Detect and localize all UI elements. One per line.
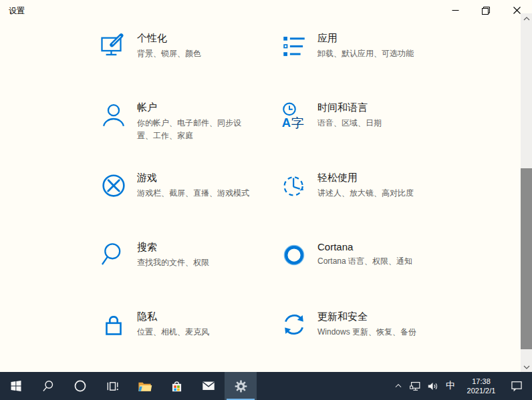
tile-subtitle: 卸载、默认应用、可选功能 [317,47,435,60]
clock[interactable]: 17:38 2021/2/1 [460,372,503,400]
tile-text: 时间和语言语音、区域、日期 [317,100,435,130]
settings-tile-ease-of-access[interactable]: 轻松使用讲述人、放大镜、高对比度 [279,170,448,201]
network-ethernet-icon [409,380,422,393]
action-center-button[interactable] [503,372,531,400]
taskbar-mail-button[interactable] [192,372,225,400]
volume-tray-button[interactable] [424,372,441,400]
system-tray: 中 17:38 2021/2/1 [390,372,531,400]
tile-text: CortanaCortana 语言、权限、通知 [317,240,435,268]
tile-title: 搜索 [137,240,255,254]
tile-subtitle: 查找我的文件、权限 [137,256,255,269]
tile-subtitle: 位置、相机、麦克风 [137,326,255,339]
taskbar-task-view-button[interactable] [96,372,128,400]
caption-buttons [440,0,532,21]
tile-text: 帐户你的帐户、电子邮件、同步设置、工作、家庭 [137,100,255,142]
titlebar: 设置 [0,0,532,21]
vertical-scrollbar[interactable] [521,13,532,372]
tile-text: 更新和安全Windows 更新、恢复、备份 [317,309,435,339]
time-language-icon: A字 [279,100,309,131]
show-hidden-icons-button[interactable] [390,372,406,400]
taskbar-search-icon [41,379,55,393]
tile-subtitle: 背景、锁屏、颜色 [137,47,255,60]
restore-button[interactable] [471,0,501,21]
minimize-button[interactable] [440,0,471,21]
restore-icon [482,7,490,15]
settings-tile-time-language[interactable]: A字时间和语言语音、区域、日期 [279,100,448,131]
tile-subtitle: 你的帐户、电子邮件、同步设置、工作、家庭 [137,117,255,142]
tile-title: 更新和安全 [317,309,435,323]
gaming-icon [99,170,128,201]
tile-subtitle: Cortana 语言、权限、通知 [317,255,435,268]
settings-window: 设置 个性化背景、锁屏、颜色应用卸载、默认应用、可选功能帐户你的帐户、电子邮件、… [0,0,532,400]
tile-subtitle: 游戏栏、截屏、直播、游戏模式 [137,187,255,200]
scroll-down-button[interactable] [521,362,532,372]
scrollbar-thumb[interactable] [521,168,532,349]
tile-text: 应用卸载、默认应用、可选功能 [317,31,435,60]
window-title: 设置 [9,5,25,17]
volume-icon [426,380,439,393]
tile-subtitle: 讲述人、放大镜、高对比度 [317,187,435,200]
microsoft-store-icon [170,379,184,393]
network-tray-button[interactable] [406,372,424,400]
tile-title: Cortana [317,240,435,252]
settings-tile-apps[interactable]: 应用卸载、默认应用、可选功能 [279,31,448,61]
tile-text: 轻松使用讲述人、放大镜、高对比度 [317,170,435,200]
settings-gear-icon [234,379,248,393]
tile-title: 游戏 [137,170,255,184]
close-icon [513,7,521,14]
accounts-icon [99,100,128,131]
tile-title: 应用 [317,31,435,45]
taskbar-buttons [0,372,257,400]
settings-tile-accounts[interactable]: 帐户你的帐户、电子邮件、同步设置、工作、家庭 [99,100,267,142]
taskbar-file-explorer-button[interactable] [128,372,160,400]
settings-tile-personalization[interactable]: 个性化背景、锁屏、颜色 [99,31,267,61]
tile-title: 隐私 [137,309,255,323]
update-security-icon [279,309,309,340]
hidden-icons-chevron [394,381,403,391]
settings-tile-search[interactable]: 搜索查找我的文件、权限 [99,240,267,270]
tile-subtitle: 语音、区域、日期 [317,117,435,130]
taskbar-taskbar-search-button[interactable] [32,372,64,400]
tile-title: 时间和语言 [317,100,435,114]
tile-text: 个性化背景、锁屏、颜色 [137,31,255,60]
file-explorer-icon [137,379,152,394]
settings-tile-cortana[interactable]: CortanaCortana 语言、权限、通知 [279,240,448,270]
tile-text: 搜索查找我的文件、权限 [137,240,255,269]
privacy-icon [99,309,128,340]
svg-text:字: 字 [291,116,304,130]
settings-tile-gaming[interactable]: 游戏游戏栏、截屏、直播、游戏模式 [99,170,267,201]
personalization-icon [99,31,128,61]
taskbar-settings-gear-button[interactable] [225,372,257,400]
taskbar-windows-start-button[interactable] [0,372,32,400]
settings-tile-privacy[interactable]: 隐私位置、相机、麦克风 [99,309,267,340]
settings-tile-update-security[interactable]: 更新和安全Windows 更新、恢复、备份 [279,309,448,340]
action-center-icon [510,379,523,393]
scroll-up-button[interactable] [521,13,532,23]
tile-text: 游戏游戏栏、截屏、直播、游戏模式 [137,170,255,200]
ime-indicator[interactable]: 中 [441,372,460,400]
task-view-icon [106,379,120,393]
ease-of-access-icon [279,170,309,201]
svg-text:A: A [282,116,291,130]
tile-title: 个性化 [137,31,255,45]
mail-icon [201,379,216,393]
tile-subtitle: Windows 更新、恢复、备份 [317,326,435,339]
clock-date: 2021/2/1 [467,386,496,395]
windows-start-icon [9,379,23,393]
cortana-ring-icon [73,379,88,393]
tile-title: 帐户 [137,100,255,114]
minimize-icon [452,7,459,14]
taskbar: 中 17:38 2021/2/1 [0,372,532,400]
chevron-down-icon [523,365,530,369]
tile-title: 轻松使用 [317,170,435,184]
taskbar-cortana-ring-button[interactable] [64,372,96,400]
apps-icon [279,31,309,61]
chevron-up-icon [523,17,530,21]
clock-time: 17:38 [472,377,491,386]
cortana-icon [279,240,309,270]
tile-text: 隐私位置、相机、麦克风 [137,309,255,339]
taskbar-microsoft-store-button[interactable] [160,372,192,400]
search-icon [99,240,128,270]
